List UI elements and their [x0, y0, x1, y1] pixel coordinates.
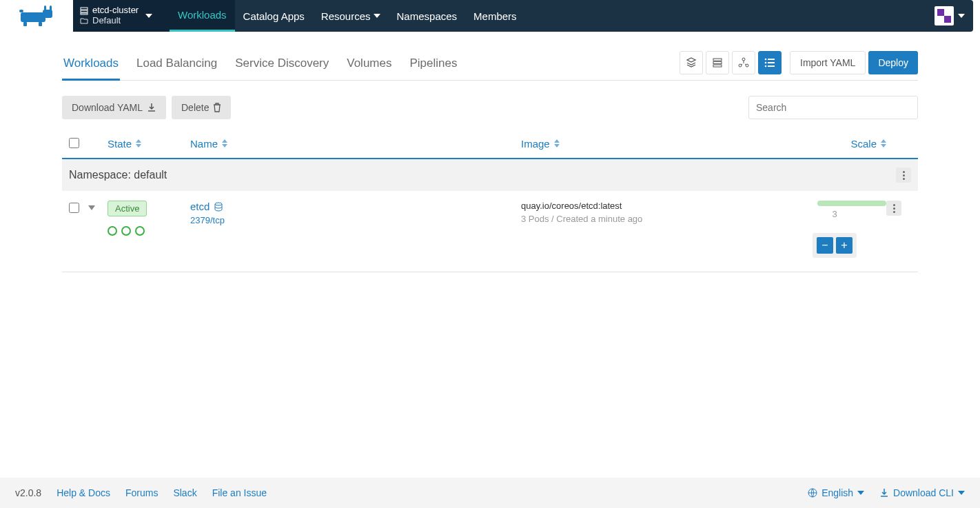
deploy-button[interactable]: Deploy — [868, 51, 918, 74]
scale-value: 3 — [783, 209, 886, 219]
workload-meta: 3 Pods / Created a minute ago — [521, 214, 783, 224]
table-row: Active etcd 2379/tcp quay.io/coreos/etcd… — [62, 191, 918, 272]
project-name: Default — [92, 16, 121, 26]
cow-icon — [19, 6, 61, 26]
svg-rect-9 — [81, 13, 88, 14]
namespace-actions-menu[interactable] — [896, 167, 911, 183]
svg-point-20 — [765, 65, 767, 68]
chevron-down-icon — [958, 491, 965, 495]
folder-icon — [80, 17, 88, 24]
database-icon — [214, 202, 223, 212]
search-input[interactable] — [748, 96, 918, 119]
download-yaml-button[interactable]: Download YAML — [62, 96, 166, 119]
svg-rect-11 — [713, 62, 722, 64]
svg-rect-0 — [21, 12, 45, 22]
svg-rect-5 — [50, 6, 52, 11]
scale-bar — [817, 201, 886, 206]
avatar — [935, 6, 954, 26]
svg-point-18 — [765, 62, 767, 64]
col-name[interactable]: Name — [190, 138, 521, 150]
download-cli-link[interactable]: Download CLI — [879, 487, 965, 498]
nav-resources[interactable]: Resources — [313, 0, 389, 32]
svg-point-16 — [765, 59, 767, 61]
select-all-checkbox[interactable] — [69, 138, 79, 148]
cluster-picker[interactable]: etcd-cluster Default — [73, 0, 170, 32]
nav-catalog-apps[interactable]: Catalog Apps — [235, 0, 313, 32]
top-nav: etcd-cluster Default Workloads Catalog A… — [7, 0, 973, 32]
col-state[interactable]: State — [108, 138, 190, 150]
chevron-down-icon — [857, 491, 864, 495]
namespace-group-header: Namespace: default — [62, 159, 918, 191]
sub-nav: Workloads Load Balancing Service Discove… — [62, 51, 918, 81]
pod-status-icon — [121, 226, 131, 236]
rancher-logo[interactable] — [7, 0, 73, 32]
svg-rect-2 — [39, 22, 42, 26]
svg-rect-4 — [44, 6, 46, 11]
namespace-label: Namespace: default — [69, 169, 167, 181]
download-icon — [147, 103, 156, 112]
svg-point-13 — [742, 58, 745, 61]
view-list-icon[interactable] — [758, 51, 782, 74]
pod-status-icon — [135, 226, 145, 236]
workload-image: quay.io/coreos/etcd:latest — [521, 201, 783, 211]
import-yaml-button[interactable]: Import YAML — [790, 51, 866, 74]
cluster-name: etcd-cluster — [92, 6, 139, 16]
pod-indicators — [108, 226, 190, 236]
sort-icon — [136, 139, 141, 148]
layers-icon — [80, 7, 88, 15]
svg-rect-10 — [713, 59, 722, 61]
row-checkbox[interactable] — [69, 203, 79, 213]
svg-rect-7 — [81, 8, 88, 10]
view-boxes-icon[interactable] — [680, 51, 703, 74]
tab-volumes[interactable]: Volumes — [345, 51, 393, 80]
nav-namespaces[interactable]: Namespaces — [389, 0, 466, 32]
sort-icon — [554, 139, 560, 148]
sort-icon — [222, 139, 227, 148]
download-icon — [879, 488, 889, 498]
workload-port-link[interactable]: 2379/tcp — [190, 215, 225, 225]
footer-help-link[interactable]: Help & Docs — [57, 487, 110, 498]
language-picker[interactable]: English — [808, 487, 864, 498]
status-badge: Active — [108, 201, 147, 216]
svg-point-22 — [215, 203, 222, 205]
footer-forums-link[interactable]: Forums — [125, 487, 158, 498]
nav-workloads[interactable]: Workloads — [170, 0, 235, 32]
svg-rect-6 — [19, 10, 23, 12]
expand-row-icon[interactable] — [88, 205, 95, 210]
page-body: Workloads Load Balancing Service Discove… — [0, 32, 980, 478]
workloads-table: State Name Image Scale Namespace: defaul… — [62, 129, 918, 272]
globe-icon — [808, 488, 817, 498]
svg-rect-19 — [768, 62, 775, 63]
chevron-down-icon — [958, 14, 965, 18]
tab-pipelines[interactable]: Pipelines — [408, 51, 458, 80]
svg-rect-17 — [768, 59, 775, 60]
workload-name-link[interactable]: etcd — [190, 201, 521, 212]
footer-slack-link[interactable]: Slack — [173, 487, 196, 498]
footer: v2.0.8 Help & Docs Forums Slack File an … — [0, 478, 980, 508]
svg-rect-12 — [713, 65, 722, 67]
chevron-down-icon — [145, 14, 152, 18]
nav-bar: etcd-cluster Default Workloads Catalog A… — [73, 0, 973, 32]
row-actions-menu[interactable] — [886, 201, 901, 216]
svg-rect-1 — [23, 22, 27, 26]
scale-up-button[interactable]: + — [836, 237, 853, 254]
table-header: State Name Image Scale — [62, 129, 918, 159]
view-cluster-icon[interactable] — [732, 51, 755, 74]
tab-service-discovery[interactable]: Service Discovery — [234, 51, 330, 80]
svg-rect-21 — [768, 65, 775, 67]
footer-issue-link[interactable]: File an Issue — [212, 487, 267, 498]
nav-members[interactable]: Members — [465, 0, 525, 32]
view-rows-icon[interactable] — [706, 51, 729, 74]
user-menu[interactable] — [926, 0, 973, 32]
delete-button[interactable]: Delete — [172, 96, 231, 119]
tab-workloads[interactable]: Workloads — [62, 51, 120, 81]
svg-rect-8 — [81, 10, 88, 12]
chevron-down-icon — [374, 14, 380, 18]
col-image[interactable]: Image — [521, 138, 783, 150]
action-row: Download YAML Delete — [62, 96, 918, 119]
trash-icon — [213, 103, 221, 112]
pod-status-icon — [108, 226, 117, 236]
col-scale[interactable]: Scale — [783, 138, 886, 150]
tab-load-balancing[interactable]: Load Balancing — [135, 51, 218, 80]
scale-down-button[interactable]: − — [817, 237, 833, 254]
